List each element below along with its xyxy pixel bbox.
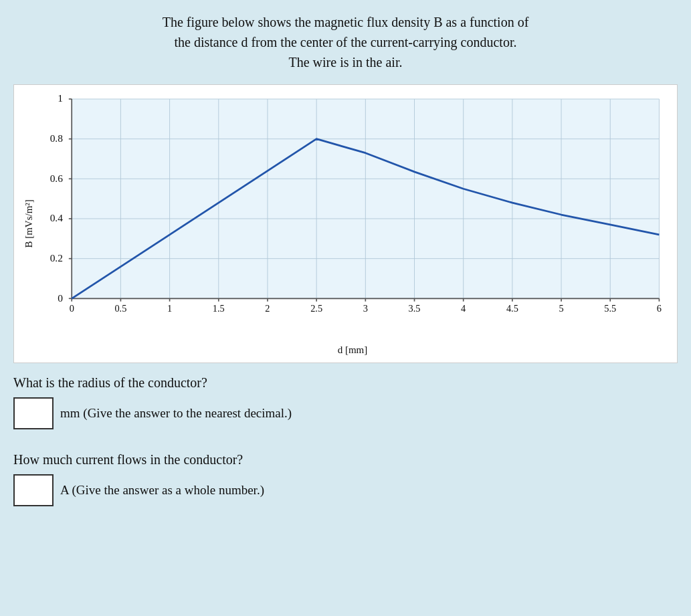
answer-2-row: A (Give the answer as a whole number.): [13, 474, 678, 506]
svg-text:0: 0: [58, 292, 63, 304]
intro-line2: the distance d from the center of the cu…: [13, 32, 678, 52]
svg-text:0.2: 0.2: [50, 252, 63, 264]
x-axis-label: d [mm]: [35, 344, 670, 356]
intro-line3: The wire is in the air.: [13, 52, 678, 72]
svg-text:0.5: 0.5: [114, 303, 126, 314]
question-1-section: What is the radius of the conductor? mm …: [13, 375, 678, 429]
chart-container: B [mVs/m²]: [13, 84, 678, 363]
page: The figure below shows the magnetic flux…: [13, 12, 678, 516]
svg-text:6: 6: [657, 303, 662, 314]
svg-text:3: 3: [363, 303, 368, 314]
svg-text:0.6: 0.6: [50, 173, 64, 184]
question-1-text: What is the radius of the conductor?: [13, 375, 678, 391]
chart-inner: B [mVs/m²]: [21, 92, 670, 356]
svg-text:5.5: 5.5: [604, 303, 616, 314]
question-2-text: How much current flows in the conductor?: [13, 452, 678, 468]
intro-text: The figure below shows the magnetic flux…: [13, 12, 678, 72]
svg-text:1.5: 1.5: [213, 303, 225, 314]
y-axis-label: B [mVs/m²]: [21, 92, 35, 356]
intro-line1: The figure below shows the magnetic flux…: [13, 12, 678, 32]
question-2-section: How much current flows in the conductor?…: [13, 452, 678, 506]
svg-text:1: 1: [58, 92, 63, 104]
svg-text:3.5: 3.5: [409, 303, 421, 314]
svg-text:4.5: 4.5: [506, 303, 518, 314]
svg-text:1: 1: [167, 303, 172, 314]
svg-text:2.5: 2.5: [310, 303, 322, 314]
spacer: [13, 439, 678, 452]
answer-1-row: mm (Give the answer to the nearest decim…: [13, 397, 678, 429]
answer-2-input[interactable]: [13, 474, 54, 506]
svg-text:2: 2: [265, 303, 270, 314]
svg-text:0.4: 0.4: [50, 212, 64, 223]
chart-area: 1 0.8 0.6 0.4 0.2 0: [35, 92, 670, 356]
answer-1-input[interactable]: [13, 397, 54, 429]
answer-1-hint: mm (Give the answer to the nearest decim…: [60, 406, 292, 421]
svg-text:0.8: 0.8: [50, 132, 64, 144]
answer-2-hint: A (Give the answer as a whole number.): [60, 483, 264, 498]
chart-svg: 1 0.8 0.6 0.4 0.2 0: [35, 92, 670, 343]
svg-text:5: 5: [559, 303, 563, 314]
svg-text:4: 4: [461, 303, 466, 314]
svg-text:0: 0: [70, 303, 74, 314]
